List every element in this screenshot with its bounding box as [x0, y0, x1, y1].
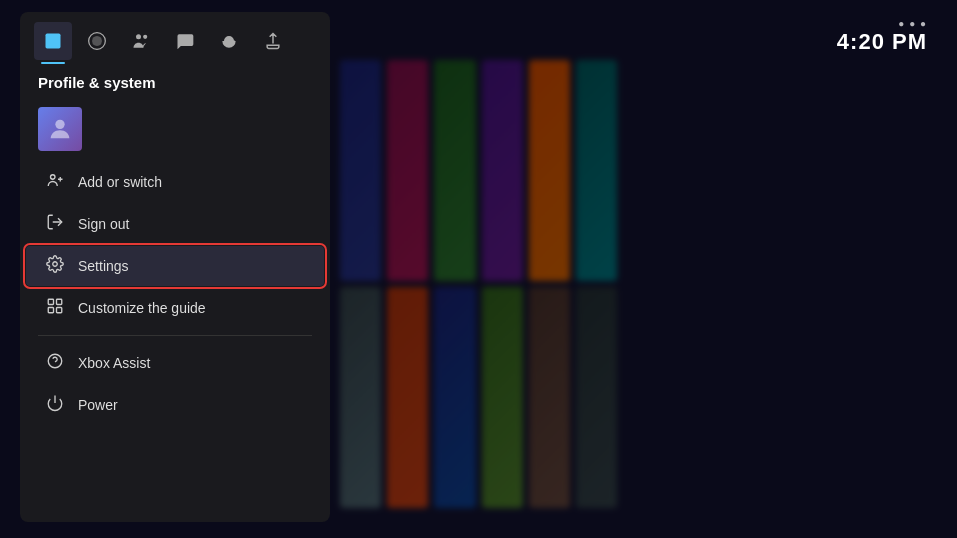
status-indicators: ● ● ● [837, 18, 927, 29]
sign-out-item[interactable]: Sign out [26, 204, 324, 244]
add-switch-item[interactable]: Add or switch [26, 162, 324, 202]
svg-rect-14 [48, 308, 53, 313]
bg-card-12 [576, 287, 617, 508]
settings-icon [44, 255, 66, 277]
bg-card-7 [340, 287, 381, 508]
tab-controller[interactable] [210, 22, 248, 60]
svg-point-7 [51, 175, 56, 180]
customize-guide-label: Customize the guide [78, 300, 206, 316]
sign-out-label: Sign out [78, 216, 129, 232]
bg-card-3 [434, 60, 475, 281]
customize-guide-icon [44, 297, 66, 319]
svg-rect-12 [48, 299, 53, 304]
avatar [38, 107, 82, 151]
add-switch-icon [44, 171, 66, 193]
tab-share[interactable] [254, 22, 292, 60]
bg-card-9 [434, 287, 475, 508]
settings-item[interactable]: Settings [26, 246, 324, 286]
nav-tab-bar [20, 12, 330, 60]
clock: 4:20 PM [837, 29, 927, 55]
svg-point-4 [232, 39, 234, 41]
bg-card-2 [387, 60, 428, 281]
power-icon [44, 394, 66, 416]
bg-card-4 [482, 60, 523, 281]
bg-card-11 [529, 287, 570, 508]
power-item[interactable]: Power [26, 385, 324, 425]
profile-system-panel: Profile & system Add or switch [20, 12, 330, 522]
sign-out-icon [44, 213, 66, 235]
tab-profile[interactable] [34, 22, 72, 60]
xbox-assist-label: Xbox Assist [78, 355, 150, 371]
xbox-assist-item[interactable]: Xbox Assist [26, 343, 324, 383]
customize-guide-item[interactable]: Customize the guide [26, 288, 324, 328]
settings-label: Settings [78, 258, 129, 274]
bg-card-6 [576, 60, 617, 281]
svg-point-3 [143, 35, 147, 39]
power-label: Power [78, 397, 118, 413]
bg-card-1 [340, 60, 381, 281]
svg-rect-15 [57, 308, 62, 313]
bg-card-5 [529, 60, 570, 281]
user-avatar-area[interactable] [20, 101, 330, 161]
time-display: ● ● ● 4:20 PM [837, 18, 927, 55]
xbox-assist-icon [44, 352, 66, 374]
svg-point-16 [48, 354, 62, 368]
bg-card-10 [482, 287, 523, 508]
bg-card-8 [387, 287, 428, 508]
add-switch-label: Add or switch [78, 174, 162, 190]
tab-chat[interactable] [166, 22, 204, 60]
svg-rect-0 [46, 34, 61, 49]
tab-xbox[interactable] [78, 22, 116, 60]
svg-point-6 [55, 120, 64, 129]
svg-point-2 [136, 34, 141, 39]
svg-rect-13 [57, 299, 62, 304]
svg-point-5 [233, 40, 235, 42]
svg-point-11 [53, 262, 58, 267]
menu-divider [38, 335, 312, 336]
panel-title: Profile & system [20, 60, 330, 101]
tab-friends[interactable] [122, 22, 160, 60]
